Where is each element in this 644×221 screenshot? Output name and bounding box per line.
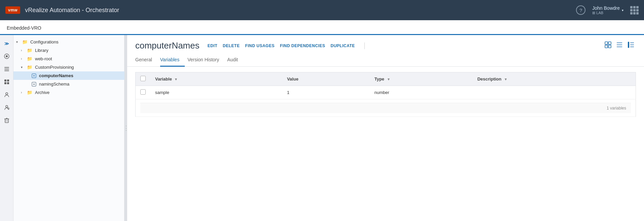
svg-rect-23 bbox=[605, 42, 608, 44]
embedded-vro-tab[interactable]: Embedded-VRO bbox=[7, 22, 41, 35]
tree-item-label: namingSchema bbox=[39, 82, 69, 87]
apps-icon[interactable] bbox=[630, 6, 639, 14]
drag-handle[interactable]: ⋮ bbox=[124, 35, 127, 221]
content-title: computerNames bbox=[135, 40, 200, 51]
tree-item-computer-names[interactable]: computerNames bbox=[13, 71, 124, 80]
delete-action[interactable]: DELETE bbox=[223, 43, 240, 48]
svg-point-20 bbox=[33, 75, 35, 76]
tree-item-label: Library bbox=[35, 48, 48, 53]
variable-filter-icon[interactable]: ▾ bbox=[175, 77, 177, 81]
svg-rect-3 bbox=[4, 69, 9, 69]
expand-custom-provisioning-arrow[interactable]: ▾ bbox=[21, 65, 26, 69]
detail-view-btn[interactable] bbox=[626, 40, 636, 51]
folder-icon: 📁 bbox=[27, 65, 32, 70]
tree-item-label: Configurations bbox=[30, 39, 59, 44]
svg-rect-30 bbox=[628, 42, 629, 48]
help-icon[interactable]: ? bbox=[576, 5, 585, 15]
dashboard-icon-btn[interactable] bbox=[1, 51, 12, 62]
svg-rect-25 bbox=[605, 45, 608, 48]
expand-library-arrow[interactable]: › bbox=[21, 49, 26, 52]
tree-item-label: Archive bbox=[35, 90, 49, 95]
svg-point-22 bbox=[33, 84, 35, 85]
content-header: computerNames EDIT DELETE FIND USAGES FI… bbox=[127, 35, 644, 51]
sidebar-icons: ≫ bbox=[0, 35, 13, 221]
folder-icon: 📁 bbox=[27, 48, 32, 53]
find-dependencies-action[interactable]: FIND DEPENDENCIES bbox=[280, 43, 325, 48]
lab-badge: ⊞ LAB bbox=[592, 11, 620, 15]
table-footer-row: 1 variables bbox=[136, 99, 636, 117]
tree-item-web-root[interactable]: › 📁 web-root bbox=[13, 55, 124, 63]
type-cell: number bbox=[370, 86, 473, 99]
main-layout: ≫ bbox=[0, 35, 644, 221]
user-settings-icon-btn[interactable] bbox=[1, 102, 12, 113]
content-area: computerNames EDIT DELETE FIND USAGES FI… bbox=[127, 35, 644, 221]
variable-cell: sample bbox=[150, 86, 282, 99]
tree-panel: ▾ 📁 Configurations › 📁 Library › 📁 web-r… bbox=[13, 35, 124, 221]
collapse-sidebar-btn[interactable]: ≫ bbox=[1, 38, 12, 49]
svg-point-9 bbox=[6, 93, 8, 95]
config-icon bbox=[32, 73, 36, 78]
description-cell bbox=[473, 86, 636, 99]
duplicate-action[interactable]: DUPLICATE bbox=[330, 43, 355, 48]
type-col-header[interactable]: Type ▾ bbox=[370, 72, 473, 86]
svg-rect-26 bbox=[608, 45, 611, 48]
type-filter-icon[interactable]: ▾ bbox=[388, 77, 390, 81]
svg-rect-7 bbox=[4, 82, 6, 84]
expand-archive-arrow[interactable]: › bbox=[21, 91, 26, 94]
value-cell: 1 bbox=[282, 86, 370, 99]
tree-item-configurations[interactable]: ▾ 📁 Configurations bbox=[13, 38, 124, 46]
row-checkbox-cell[interactable] bbox=[136, 86, 151, 99]
trash-icon-btn[interactable] bbox=[1, 115, 12, 126]
user-menu[interactable]: John Bowdre ⊞ LAB ▾ bbox=[592, 5, 623, 15]
variables-table: Variable ▾ Value Type ▾ Description ▾ bbox=[135, 72, 636, 117]
tree-item-naming-schema[interactable]: namingSchema bbox=[13, 80, 124, 88]
user-name-text: John Bowdre bbox=[592, 5, 620, 11]
content-tabs: General Variables Version History Audit bbox=[127, 54, 644, 67]
grid-icon-btn[interactable] bbox=[1, 76, 12, 88]
view-icons bbox=[603, 40, 636, 51]
table-header-row: Variable ▾ Value Type ▾ Description ▾ bbox=[136, 72, 636, 86]
tree-item-library[interactable]: › 📁 Library bbox=[13, 46, 124, 55]
header-right: ? John Bowdre ⊞ LAB ▾ bbox=[576, 5, 639, 15]
app-title: vRealize Automation - Orchestrator bbox=[25, 7, 576, 14]
user-chevron: ▾ bbox=[622, 8, 623, 12]
find-usages-action[interactable]: FIND USAGES bbox=[245, 43, 275, 48]
svg-rect-24 bbox=[608, 42, 611, 44]
tree-item-label: CustomProvisioning bbox=[35, 65, 74, 70]
select-all-checkbox[interactable] bbox=[140, 76, 146, 81]
lab-label: LAB bbox=[596, 11, 603, 15]
table-footer-text: 1 variables bbox=[140, 103, 631, 113]
config-icon bbox=[32, 82, 36, 87]
users-icon-btn[interactable] bbox=[1, 89, 12, 100]
row-checkbox[interactable] bbox=[140, 89, 146, 95]
select-all-header[interactable] bbox=[136, 72, 151, 86]
svg-rect-8 bbox=[7, 82, 9, 84]
action-buttons: EDIT DELETE FIND USAGES FIND DEPENDENCIE… bbox=[208, 43, 355, 48]
sub-header: Embedded-VRO bbox=[0, 20, 644, 35]
library-icon-btn[interactable] bbox=[1, 63, 12, 75]
tree-item-archive[interactable]: › 📁 Archive bbox=[13, 88, 124, 97]
expand-configurations-arrow[interactable]: ▾ bbox=[16, 40, 21, 44]
svg-rect-6 bbox=[7, 80, 9, 82]
svg-rect-14 bbox=[5, 119, 8, 123]
table-row: sample 1 number bbox=[136, 86, 636, 99]
folder-icon: 📁 bbox=[27, 90, 32, 95]
general-tab[interactable]: General bbox=[135, 54, 157, 67]
variable-col-header[interactable]: Variable ▾ bbox=[150, 72, 282, 86]
description-filter-icon[interactable]: ▾ bbox=[505, 77, 507, 81]
tree-item-label: web-root bbox=[35, 56, 52, 61]
description-col-header[interactable]: Description ▾ bbox=[473, 72, 636, 86]
tree-item-custom-provisioning[interactable]: ▾ 📁 CustomProvisioning bbox=[13, 63, 124, 71]
svg-point-10 bbox=[6, 105, 8, 107]
folder-icon: 📁 bbox=[22, 39, 28, 44]
lab-icon: ⊞ bbox=[592, 11, 595, 15]
list-view-btn[interactable] bbox=[614, 40, 624, 51]
grid-view-btn[interactable] bbox=[603, 40, 613, 51]
svg-rect-4 bbox=[4, 70, 9, 71]
edit-action[interactable]: EDIT bbox=[208, 43, 217, 48]
version-history-tab[interactable]: Version History bbox=[187, 54, 224, 67]
expand-web-root-arrow[interactable]: › bbox=[21, 57, 26, 61]
audit-tab[interactable]: Audit bbox=[227, 54, 243, 67]
top-header: vmw vRealize Automation - Orchestrator ?… bbox=[0, 0, 644, 20]
variables-tab[interactable]: Variables bbox=[160, 54, 185, 67]
